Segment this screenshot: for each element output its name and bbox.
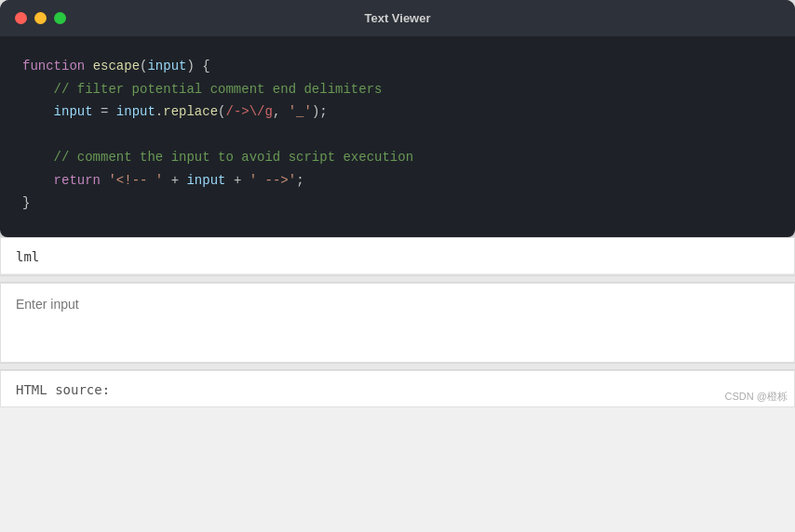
close-button[interactable]	[15, 12, 27, 24]
code-line-7: }	[22, 192, 773, 215]
code-line-2: // filter potential comment end delimite…	[22, 78, 773, 101]
input-section	[0, 283, 795, 363]
output-section: HTML source:	[0, 370, 795, 407]
maximize-button[interactable]	[54, 12, 66, 24]
divider-1	[0, 275, 795, 283]
code-line-5: // comment the input to avoid script exe…	[22, 146, 773, 169]
output-wrapper: HTML source: CSDN @橙栎	[0, 370, 795, 407]
form-area: lml HTML source: CSDN @橙栎	[0, 237, 795, 407]
minimize-button[interactable]	[34, 12, 47, 24]
input-textarea[interactable]	[1, 284, 794, 358]
label-section: lml	[0, 237, 795, 275]
window-controls	[15, 12, 66, 24]
code-line-6: return '<!-- ' + input + ' -->';	[22, 169, 773, 193]
code-line-4	[22, 124, 773, 147]
output-label: HTML source:	[1, 371, 794, 406]
watermark: CSDN @橙栎	[725, 390, 788, 404]
code-body: function escape(input) { // filter poten…	[0, 36, 795, 237]
window-title: Text Viewer	[364, 11, 430, 25]
window-titlebar: Text Viewer	[0, 0, 795, 36]
divider-2	[0, 363, 795, 370]
code-window: Text Viewer function escape(input) { // …	[0, 0, 795, 237]
code-line-3: input = input.replace(/->\/g, '_');	[22, 100, 773, 124]
code-line-1: function escape(input) {	[22, 55, 773, 78]
label-value: lml	[1, 238, 794, 274]
